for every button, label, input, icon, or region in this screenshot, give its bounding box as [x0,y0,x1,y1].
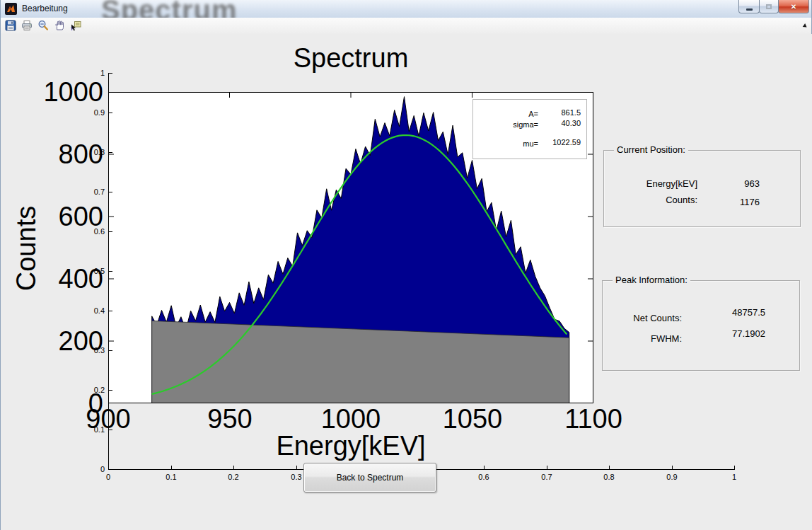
annotation-row-mu: mu= 1022.59 [473,139,581,148]
x-tick-label: 950 [169,405,291,433]
current-position-title: Current Position: [614,144,688,155]
counts-value: 1176 [717,197,760,207]
fit-mu-label: mu= [473,139,538,148]
back-to-spectrum-button[interactable]: Back to Spectrum [303,463,436,492]
minimize-button[interactable] [738,0,760,13]
annotation-row-a: A= 861.5 [473,110,581,118]
outer-x-tick [484,466,485,469]
outer-y-tick [109,390,112,391]
title-bar: Spectrum Bearbeitung ✕ [1,0,811,18]
print-icon [21,20,33,31]
annotation-row-sigma: sigma= 40.30 [473,120,581,129]
fit-a-label: A= [473,110,538,118]
outer-y-tick [109,271,112,272]
maximize-icon [766,4,772,9]
outer-y-tick [109,113,112,113]
net-counts-value: 48757.5 [709,307,765,318]
toolbar-overflow-icon[interactable] [803,23,808,29]
peak-information-title: Peak Information: [613,275,690,285]
outer-y-tick-label: 0.9 [22,108,105,117]
outer-y-tick [109,192,112,192]
fit-mu-value: 1022.59 [538,138,581,146]
energy-value: 963 [717,178,760,189]
outer-y-tick [109,152,112,153]
outer-y-tick-label: 0 [22,465,105,473]
outer-x-tick [171,466,172,469]
outer-x-tick [672,466,673,469]
outer-x-tick [609,466,610,469]
outer-y-tick-label: 0.8 [22,148,105,156]
window-controls: ✕ [739,0,809,13]
energy-label: Energy[kEV] [610,178,697,189]
background-window-ghost-title: Spectrum [101,0,238,18]
outer-x-tick [734,466,735,469]
y-axis-label: Counts [11,175,40,321]
counts-label: Counts: [610,195,697,205]
outer-x-tick [108,466,109,469]
window-title: Bearbeitung [22,0,68,18]
zoom-icon [37,20,49,31]
outer-x-tick-label: 0.9 [658,473,686,481]
minimize-icon [746,8,753,11]
outer-x-tick [296,466,297,469]
outer-x-tick [233,466,234,469]
outer-y-tick-label: 0.3 [22,346,105,355]
print-button[interactable] [20,19,34,33]
outer-x-tick-label: 0.1 [157,473,185,481]
figure-canvas: Spectrum Counts Energy[kEV] 020040060080… [1,34,812,530]
datatip-button[interactable] [69,19,83,33]
outer-x-tick-label: 0.8 [595,473,623,481]
x-tick-label: 1100 [533,405,654,433]
outer-y-tick-label: 1 [22,69,105,77]
x-axis-label: Energy[kEV] [209,431,492,461]
figure-window: Spectrum Bearbeitung ✕ [0,0,812,530]
outer-y-tick [109,469,112,470]
plot-title: Spectrum [209,43,492,74]
pan-button[interactable] [52,19,66,33]
fit-sigma-value: 40.30 [538,119,581,127]
current-position-panel: Current Position: Energy[kEV] 963 Counts… [603,150,801,227]
net-counts-label: Net Counts: [603,313,682,323]
outer-y-tick-label: 0.5 [22,267,105,275]
save-button[interactable] [4,19,18,33]
fwhm-value: 77.1902 [709,328,765,339]
outer-x-tick-label: 0 [94,473,122,481]
outer-y-tick-label: 0.7 [22,188,105,196]
matlab-icon [5,3,17,15]
outer-x-tick-label: 1 [720,473,748,481]
datatip-icon [70,20,81,31]
outer-y-tick-label: 0.2 [22,386,105,394]
y-tick-label: 600 [1,202,103,231]
outer-y-tick-label: 0.1 [22,425,105,434]
outer-y-tick-label: 0.4 [22,306,105,315]
outer-x-tick [547,466,547,469]
outer-y-tick [109,311,112,311]
close-button[interactable]: ✕ [778,0,809,13]
x-tick-label: 1050 [412,405,533,433]
peak-information-panel: Peak Information: Net Counts: 48757.5 FW… [602,280,800,371]
outer-x-tick-label: 0.6 [470,473,498,481]
fit-a-value: 861.5 [538,108,581,117]
figure-toolbar [1,18,811,35]
fit-sigma-label: sigma= [473,120,538,129]
outer-y-tick [109,73,112,74]
pan-icon [54,20,65,31]
outer-x-tick-label: 0.7 [533,473,561,481]
zoom-button[interactable] [36,19,50,33]
outer-y-tick [109,430,112,430]
outer-y-tick [109,231,112,232]
outer-x-tick-label: 0.2 [219,473,248,481]
save-icon [5,20,16,31]
fwhm-label: FWHM: [603,333,682,344]
y-tick-label: 1000 [1,78,103,106]
outer-y-tick-label: 0.6 [22,227,105,236]
outer-y-tick [109,350,112,351]
fit-annotation-box: A= 861.5 sigma= 40.30 mu= 1022.59 [472,99,587,159]
close-icon: ✕ [791,3,796,11]
x-tick-label: 1000 [290,405,412,433]
maximize-button[interactable] [759,0,779,13]
